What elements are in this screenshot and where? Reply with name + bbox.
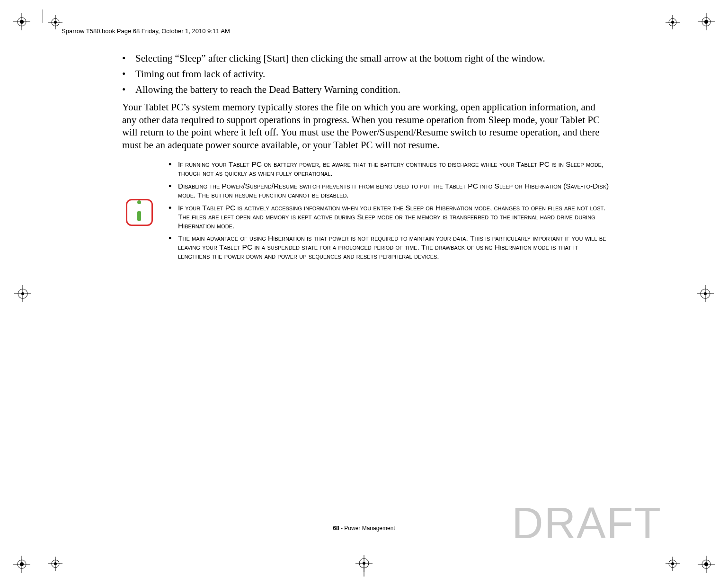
info-item-text: Disabling the Power/Suspend/Resume switc… xyxy=(178,182,609,199)
top-tick-mark xyxy=(43,9,43,23)
page-footer: 68 - Power Management xyxy=(333,525,395,532)
info-note-box: If running your Tablet PC on battery pow… xyxy=(122,160,610,265)
info-icon xyxy=(126,199,153,226)
registration-mark-icon xyxy=(13,13,30,30)
running-header-text: Sparrow T580.book Page 68 Friday, Octobe… xyxy=(62,27,230,35)
info-item-text: If running your Tablet PC on battery pow… xyxy=(178,160,604,177)
draft-watermark: DRAFT xyxy=(512,498,662,548)
crop-mark-icon xyxy=(666,557,680,571)
info-icon-wrap xyxy=(122,199,156,226)
list-item: If running your Tablet PC on battery pow… xyxy=(168,160,610,178)
bottom-tick-mark xyxy=(364,563,364,577)
registration-mark-icon xyxy=(698,13,715,30)
registration-mark-icon xyxy=(13,556,30,573)
crosshair-mark-icon xyxy=(696,284,715,303)
info-note-list: If running your Tablet PC on battery pow… xyxy=(168,160,610,265)
list-item: If your Tablet PC is actively accessing … xyxy=(168,204,610,231)
crosshair-mark-icon xyxy=(13,284,32,303)
list-item: Disabling the Power/Suspend/Resume switc… xyxy=(168,182,610,200)
list-item-text: Allowing the battery to reach the Dead B… xyxy=(135,84,400,95)
registration-mark-icon xyxy=(698,556,715,573)
svg-point-23 xyxy=(704,292,707,295)
list-item-text: Timing out from lack of activity. xyxy=(135,68,265,80)
info-item-text: The main advantage of using Hibernation … xyxy=(178,234,606,260)
footer-section: - Power Management xyxy=(339,525,395,532)
list-item: Allowing the battery to reach the Dead B… xyxy=(122,83,610,96)
primary-bullet-list: Selecting “Sleep” after clicking [Start]… xyxy=(122,52,610,96)
page-content: Selecting “Sleep” after clicking [Start]… xyxy=(122,52,610,265)
crop-mark-icon xyxy=(48,15,62,29)
info-item-text: If your Tablet PC is actively accessing … xyxy=(178,204,606,230)
info-icon-bar xyxy=(137,211,141,221)
crop-mark-icon xyxy=(48,557,62,571)
crop-mark-icon xyxy=(666,15,680,29)
svg-point-19 xyxy=(21,292,24,295)
list-item-text: Selecting “Sleep” after clicking [Start]… xyxy=(135,53,545,64)
list-item: Timing out from lack of activity. xyxy=(122,68,610,81)
page-number: 68 xyxy=(333,525,339,532)
body-paragraph: Your Tablet PC’s system memory typically… xyxy=(122,101,610,152)
top-ruler-line xyxy=(43,23,685,23)
list-item: The main advantage of using Hibernation … xyxy=(168,234,610,261)
list-item: Selecting “Sleep” after clicking [Start]… xyxy=(122,52,610,65)
info-icon-dot xyxy=(137,200,141,204)
